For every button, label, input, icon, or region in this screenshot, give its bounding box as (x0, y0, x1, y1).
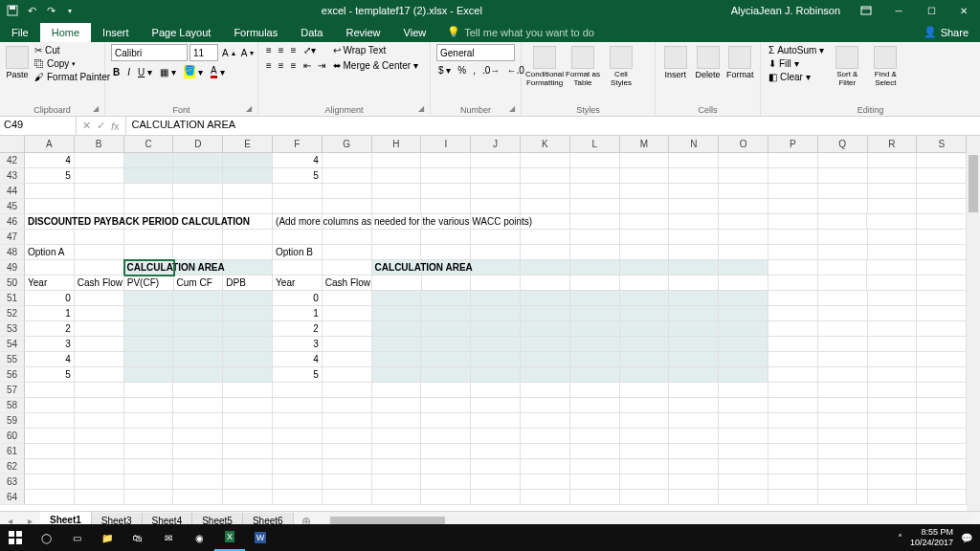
cell-Q59[interactable] (818, 413, 868, 429)
formula-bar[interactable]: CALCULATION AREA (126, 117, 980, 135)
cell-B51[interactable] (75, 291, 124, 306)
cell-F47[interactable] (273, 230, 323, 245)
taskbar-time[interactable]: 8:55 PM (910, 527, 953, 538)
cell-L55[interactable] (570, 352, 620, 367)
cell-I59[interactable] (421, 413, 471, 429)
cell-G58[interactable] (323, 398, 372, 413)
cell-S64[interactable] (917, 490, 967, 505)
cell-B63[interactable] (75, 474, 124, 490)
cell-R59[interactable] (868, 413, 918, 429)
cell-K62[interactable] (521, 459, 570, 474)
cell-G64[interactable] (323, 490, 372, 505)
cell-S58[interactable] (917, 398, 967, 413)
cell-P62[interactable] (768, 459, 818, 474)
cell-B50[interactable]: Cash Flow (75, 276, 124, 291)
cell-O50[interactable] (719, 276, 768, 291)
cell-I57[interactable] (421, 383, 471, 398)
cell-A54[interactable]: 3 (25, 337, 75, 352)
cell-J57[interactable] (471, 383, 521, 398)
cell-D50[interactable]: Cum CF (174, 276, 224, 291)
cell-O56[interactable] (719, 367, 768, 383)
cell-N47[interactable] (669, 230, 719, 245)
col-header-A[interactable]: A (25, 136, 75, 153)
cell-R61[interactable] (868, 444, 918, 459)
cell-C53[interactable] (124, 321, 174, 337)
align-right-button[interactable]: ≡ (289, 59, 299, 72)
cell-K42[interactable] (521, 153, 570, 168)
cell-S59[interactable] (917, 413, 967, 429)
cell-L64[interactable] (570, 490, 620, 505)
align-center-button[interactable]: ≡ (277, 59, 286, 72)
row-header-52[interactable]: 52 (0, 306, 25, 321)
cell-H56[interactable] (372, 367, 422, 383)
cell-E59[interactable] (223, 413, 273, 429)
cell-F49[interactable] (273, 260, 323, 276)
cell-J42[interactable] (471, 153, 521, 168)
qat-more-icon[interactable]: ▾ (63, 4, 77, 17)
cell-Q51[interactable] (818, 291, 868, 306)
select-all-button[interactable] (0, 136, 25, 153)
cell-P56[interactable] (768, 367, 818, 383)
cell-A52[interactable]: 1 (25, 306, 75, 321)
cell-J53[interactable] (471, 321, 521, 337)
vertical-scrollbar[interactable] (967, 136, 980, 511)
cell-P52[interactable] (768, 306, 818, 321)
cell-B56[interactable] (75, 367, 124, 383)
col-header-N[interactable]: N (669, 136, 719, 153)
fill-color-button[interactable]: 🪣▾ (182, 64, 205, 79)
cell-A47[interactable] (25, 230, 75, 245)
cell-H45[interactable] (372, 199, 422, 214)
cell-L44[interactable] (570, 184, 620, 199)
row-header-54[interactable]: 54 (0, 337, 25, 352)
cell-F57[interactable] (273, 383, 323, 398)
cell-P59[interactable] (768, 413, 818, 429)
cell-S47[interactable] (917, 230, 967, 245)
cell-P53[interactable] (768, 321, 818, 337)
cell-M46[interactable] (620, 214, 670, 230)
cell-E62[interactable] (223, 459, 273, 474)
tab-file[interactable]: File (0, 23, 40, 42)
cell-I47[interactable] (421, 230, 471, 245)
cell-O45[interactable] (719, 199, 768, 214)
cell-L59[interactable] (570, 413, 620, 429)
cell-L45[interactable] (570, 199, 620, 214)
row-header-55[interactable]: 55 (0, 352, 25, 367)
cell-E50[interactable]: DPB (223, 276, 273, 291)
cell-M51[interactable] (620, 291, 670, 306)
col-header-H[interactable]: H (372, 136, 422, 153)
cell-C57[interactable] (124, 383, 174, 398)
cell-R56[interactable] (868, 367, 918, 383)
col-header-E[interactable]: E (223, 136, 273, 153)
cut-button[interactable]: ✂Cut (33, 44, 112, 56)
cell-K50[interactable] (521, 276, 570, 291)
cell-J64[interactable] (471, 490, 521, 505)
cell-E45[interactable] (223, 199, 273, 214)
cell-O62[interactable] (719, 459, 768, 474)
col-header-Q[interactable]: Q (818, 136, 868, 153)
cell-K52[interactable] (521, 306, 570, 321)
cell-H60[interactable] (372, 429, 422, 444)
orientation-button[interactable]: ⤢▾ (301, 44, 318, 56)
cell-J48[interactable] (471, 245, 521, 260)
maximize-button[interactable]: ☐ (915, 0, 947, 21)
cell-P45[interactable] (768, 199, 818, 214)
name-box[interactable]: C49 (0, 117, 77, 135)
comma-button[interactable]: , (471, 64, 478, 77)
taskbar-date[interactable]: 10/24/2017 (910, 538, 953, 548)
cell-J43[interactable] (471, 168, 521, 184)
cell-J52[interactable] (471, 306, 521, 321)
cell-E60[interactable] (223, 429, 273, 444)
col-header-P[interactable]: P (768, 136, 818, 153)
cell-N53[interactable] (669, 321, 719, 337)
cell-F56[interactable]: 5 (273, 367, 323, 383)
cell-R42[interactable] (868, 153, 918, 168)
col-header-J[interactable]: J (471, 136, 521, 153)
cell-O53[interactable] (719, 321, 768, 337)
cell-I58[interactable] (421, 398, 471, 413)
cell-E52[interactable] (223, 306, 273, 321)
cell-A43[interactable]: 5 (25, 168, 75, 184)
cell-N44[interactable] (669, 184, 719, 199)
cell-K56[interactable] (521, 367, 570, 383)
cell-F45[interactable] (273, 199, 323, 214)
cell-B60[interactable] (75, 429, 124, 444)
